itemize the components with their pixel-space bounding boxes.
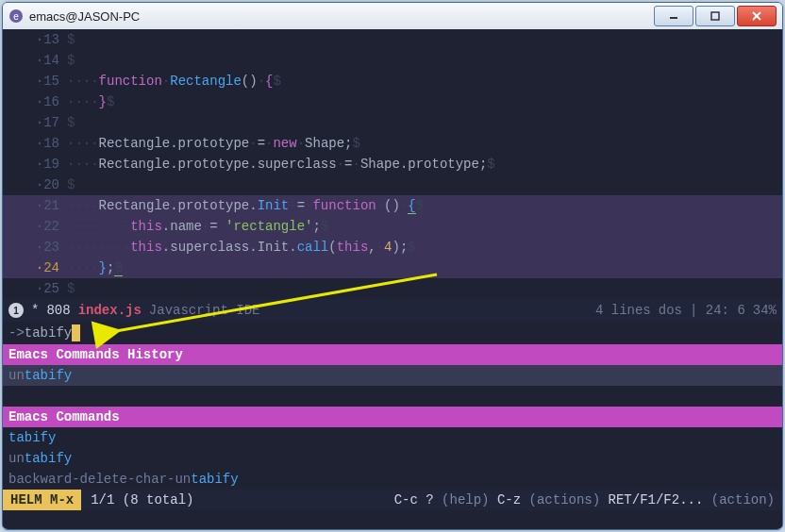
svg-rect-3 [711,12,719,20]
code-editor[interactable]: ·13$·14$·15····function·Rectangle()·{$·1… [3,29,782,299]
helm-candidate[interactable]: untabify [3,365,782,386]
code-line[interactable]: ·22········this.name·=·'rectangle';$ [3,216,782,237]
helm-candidate[interactable]: backward-delete-char-untabify [3,469,782,490]
helm-label: HELM M-x [3,490,81,510]
code-line[interactable]: ·16····}$ [3,91,782,112]
app-icon: e [8,8,24,24]
region-info: 4 lines [595,303,651,318]
modeline: 1 * 808 index.js Javascript-IDE 4 lines … [3,299,782,322]
line-number: ·19 [3,154,67,175]
line-number: ·21 [3,195,67,216]
helm-history-header: Emacs Commands History [3,344,782,365]
line-number: ·24 [3,258,67,278]
line-number: ·13 [3,29,67,50]
code-line[interactable]: ·19····Rectangle.prototype.superclass·=·… [3,154,782,175]
minibuffer-prompt[interactable]: -> tabify [3,322,782,344]
scroll-percent: 34% [753,303,777,318]
line-number: ·16 [3,91,67,112]
helm-candidate[interactable]: untabify [3,448,782,469]
line-number: ·17 [3,112,67,133]
buffer-size: 808 [46,303,70,318]
svg-text:e: e [13,11,19,22]
code-line[interactable]: ·25$ [3,278,782,299]
prompt-input[interactable]: tabify [25,322,72,344]
code-line[interactable]: ·14$ [3,50,782,71]
helm-modeline: HELM M-x 1/1 (8 total) C-c ? (help) C-z … [3,490,782,510]
code-line[interactable]: ·23········this.superclass.Init.call(thi… [3,237,782,258]
helm-candidate[interactable]: tabify [3,427,782,448]
code-line[interactable]: ·13$ [3,29,782,50]
client-area: ·13$·14$·15····function·Rectangle()·{$·1… [3,29,782,529]
helm-commands-list: tabifyuntabifybackward-delete-char-untab… [3,427,782,490]
line-number: ·25 [3,278,67,299]
window: e emacs@JASON-PC ·13$·14$·15····function… [2,2,783,530]
maximize-button[interactable] [695,6,735,26]
line-number: ·23 [3,237,67,258]
code-line[interactable]: ·21····Rectangle.prototype.Init·=·functi… [3,195,782,216]
helm-keyhints: C-c ? (help) C-z (actions) RET/F1/F2... … [394,490,782,510]
helm-commands-header: Emacs Commands [3,407,782,427]
line-number: ·20 [3,175,67,195]
prompt-prefix: -> [8,322,25,344]
close-button[interactable] [737,6,777,26]
helm-count: 1/1 (8 total) [81,490,203,510]
code-line[interactable]: ·18····Rectangle.prototype·=·new·Shape;$ [3,133,782,154]
modified-flag: * [31,303,39,318]
major-mode: Javascript-IDE [149,303,260,318]
buffer-indicator-icon: 1 [8,303,24,318]
buffer-filename: index.js [78,303,142,318]
eol-type: dos [659,303,682,318]
text-cursor [72,324,80,341]
code-line[interactable]: ·20$ [3,175,782,195]
minimize-button[interactable] [654,6,693,26]
helm-history-list: untabify [3,365,782,386]
window-title: emacs@JASON-PC [29,9,652,24]
code-line[interactable]: ·17$ [3,112,782,133]
line-number: ·14 [3,50,67,71]
code-line[interactable]: ·24····};$ [3,258,782,278]
line-number: ·22 [3,216,67,237]
line-number: ·18 [3,133,67,154]
titlebar[interactable]: e emacs@JASON-PC [3,3,782,30]
line-number: ·15 [3,71,67,91]
echo-area [3,510,782,527]
cursor-position: | 24: 6 [690,303,745,318]
code-line[interactable]: ·15····function·Rectangle()·{$ [3,71,782,91]
